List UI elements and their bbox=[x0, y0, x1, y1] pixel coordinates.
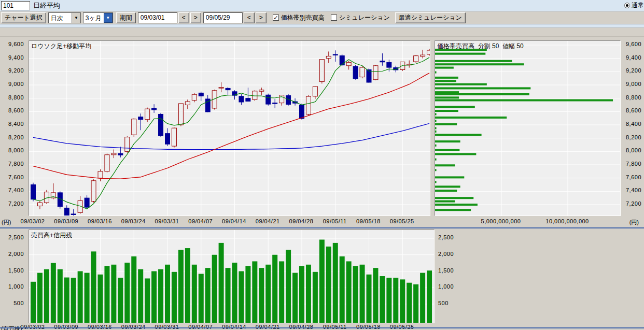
price-tick-label: 7,400 bbox=[0, 187, 24, 193]
date-tick-label: 09/04/14 bbox=[218, 324, 251, 330]
price-tick-label: 7,600 bbox=[0, 174, 24, 180]
span-combo[interactable]: 3ヶ月 ▼ bbox=[83, 12, 113, 23]
price-tick-label: 9,400 bbox=[0, 54, 24, 61]
checkbox-checked-icon[interactable]: ✓ bbox=[273, 15, 279, 21]
volume-tick-label: 2,500 bbox=[438, 234, 462, 240]
volume-tick-label: 1,500 bbox=[438, 267, 462, 274]
radio-selected-icon[interactable] bbox=[624, 3, 630, 8]
volume-tick-label: 2,500 bbox=[0, 234, 24, 240]
stock-code-input[interactable] bbox=[1, 1, 30, 10]
price-tick-label: 8,200 bbox=[0, 134, 24, 140]
volume-chart[interactable]: 売買高+信用残 bbox=[29, 229, 435, 323]
candlestick-canvas[interactable] bbox=[29, 41, 430, 216]
horizontal-divider bbox=[0, 227, 644, 228]
volume-by-price-title: 価格帯売買高 分割 50 値幅 50 bbox=[437, 42, 524, 51]
date-tick-label: 09/04/28 bbox=[285, 218, 318, 224]
price-tick-label: 9,000 bbox=[622, 81, 641, 87]
date-to-prev-button[interactable]: < bbox=[244, 12, 255, 23]
volume-tick-label: 1,000 bbox=[0, 283, 24, 290]
date-tick-label: 09/03/31 bbox=[150, 324, 184, 330]
value-tick-label: 10,000,000,000 bbox=[539, 218, 596, 224]
title-bar: 日経平均 通常 bbox=[0, 0, 644, 11]
chevron-down-icon[interactable]: ▼ bbox=[72, 13, 80, 23]
volume-tick-label: 500 bbox=[0, 300, 24, 306]
price-tick-label: 8,800 bbox=[0, 94, 24, 101]
candlestick-chart-title: ロウソク足+移動平均 bbox=[31, 42, 91, 51]
price-unit-label-left: (円) bbox=[2, 219, 11, 226]
volume-by-price-checkbox-wrap[interactable]: ✓ 価格帯別売買高 bbox=[273, 13, 325, 22]
volume-tick-label: 2,000 bbox=[0, 251, 24, 257]
volume-tick-label: 1,500 bbox=[0, 267, 24, 274]
price-tick-label: 7,600 bbox=[622, 174, 641, 180]
price-tick-label: 8,000 bbox=[622, 147, 641, 153]
price-tick-label: 8,800 bbox=[622, 94, 641, 101]
date-to-input[interactable] bbox=[203, 12, 243, 23]
price-tick-label: 8,200 bbox=[622, 134, 641, 140]
date-tick-label: 09/04/07 bbox=[184, 218, 217, 224]
price-tick-label: 9,000 bbox=[0, 81, 24, 87]
charts-area: ロウソク足+移動平均 9,6009,4009,2009,0008,8008,60… bbox=[0, 37, 644, 329]
price-tick-label: 8,400 bbox=[0, 121, 24, 127]
simulation-checkbox-label: シミュレーション bbox=[339, 13, 390, 22]
price-tick-label: 7,400 bbox=[622, 187, 641, 193]
simulation-checkbox-wrap[interactable]: シミュレーション bbox=[331, 13, 390, 22]
date-tick-label: 09/05/25 bbox=[385, 218, 418, 224]
volume-chart-title: 売買高+信用残 bbox=[31, 231, 72, 240]
date-from-prev-button[interactable]: < bbox=[178, 12, 189, 23]
date-tick-label: 09/04/21 bbox=[251, 218, 284, 224]
checkbox-unchecked-icon[interactable] bbox=[331, 15, 337, 21]
chart-toolbar: チャート選択 日次 ▼ 3ヶ月 ▼ 期間 < > < > ✓ 価格帯別売買高 シ… bbox=[0, 11, 644, 24]
mode-radio-group[interactable]: 通常 bbox=[624, 1, 644, 10]
volume-tick-label: 500 bbox=[438, 300, 462, 306]
date-tick-label: 09/04/07 bbox=[184, 324, 217, 330]
date-tick-label: 09/03/24 bbox=[117, 218, 150, 224]
best-simulation-button[interactable]: 最適シミュレーション bbox=[395, 12, 466, 23]
price-tick-label: 9,200 bbox=[0, 67, 24, 74]
value-tick-label: 5,000,000,000 bbox=[472, 218, 529, 224]
date-tick-label: 09/04/14 bbox=[218, 218, 251, 224]
frequency-combo[interactable]: 日次 ▼ bbox=[48, 12, 81, 23]
price-tick-label: 7,200 bbox=[622, 200, 641, 207]
date-tick-label: 09/03/24 bbox=[117, 324, 150, 330]
date-from-input[interactable] bbox=[138, 12, 177, 23]
date-tick-label: 09/05/11 bbox=[318, 324, 352, 330]
price-tick-label: 8,400 bbox=[622, 121, 641, 127]
price-tick-label: 8,600 bbox=[622, 107, 641, 113]
volume-by-price-canvas[interactable] bbox=[435, 41, 620, 216]
chevron-down-icon[interactable]: ▼ bbox=[104, 13, 113, 23]
price-tick-label: 9,600 bbox=[0, 41, 24, 47]
date-tick-label: 09/03/16 bbox=[83, 218, 117, 224]
volume-tick-label: 2,000 bbox=[438, 251, 462, 257]
date-to-next-button[interactable]: > bbox=[256, 12, 267, 23]
stock-name-label: 日経平均 bbox=[33, 1, 60, 10]
price-tick-label: 9,400 bbox=[622, 54, 641, 61]
date-tick-label: 09/03/02 bbox=[16, 218, 49, 224]
span-value: 3ヶ月 bbox=[83, 13, 104, 23]
date-from-next-button[interactable]: > bbox=[190, 12, 201, 23]
period-label: 期間 bbox=[116, 12, 136, 23]
date-tick-label: 09/05/18 bbox=[352, 218, 385, 224]
frequency-value: 日次 bbox=[49, 13, 72, 23]
volume-by-price-chart[interactable]: 価格帯売買高 分割 50 値幅 50 bbox=[435, 40, 621, 216]
price-tick-label: 9,600 bbox=[622, 41, 641, 47]
volume-by-price-checkbox-label: 価格帯別売買高 bbox=[281, 13, 325, 22]
price-tick-label: 9,200 bbox=[622, 67, 641, 74]
mode-radio-label: 通常 bbox=[632, 1, 644, 10]
bottom-frame-line bbox=[0, 327, 644, 328]
date-tick-label: 09/03/31 bbox=[150, 218, 184, 224]
date-tick-label: 09/03/09 bbox=[50, 218, 83, 224]
status-bar: 日次 09/03/02 - 09/05/29 日経平均 (101) 9,522 … bbox=[0, 27, 644, 37]
candlestick-chart[interactable]: ロウソク足+移動平均 bbox=[29, 40, 430, 216]
price-tick-label: 8,600 bbox=[0, 107, 24, 113]
price-tick-label: 7,800 bbox=[622, 161, 641, 167]
date-tick-label: 09/04/28 bbox=[285, 324, 318, 330]
price-tick-label: 8,000 bbox=[0, 147, 24, 153]
price-unit-label-right: (円) bbox=[620, 219, 639, 226]
date-tick-label: 09/05/25 bbox=[385, 324, 418, 330]
volume-tick-label: 1,000 bbox=[438, 283, 462, 290]
price-tick-label: 7,200 bbox=[0, 200, 24, 207]
chart-select-button[interactable]: チャート選択 bbox=[1, 12, 46, 23]
volume-canvas[interactable] bbox=[29, 230, 434, 323]
date-tick-label: 09/03/09 bbox=[50, 324, 83, 330]
date-tick-label: 09/04/21 bbox=[251, 324, 284, 330]
